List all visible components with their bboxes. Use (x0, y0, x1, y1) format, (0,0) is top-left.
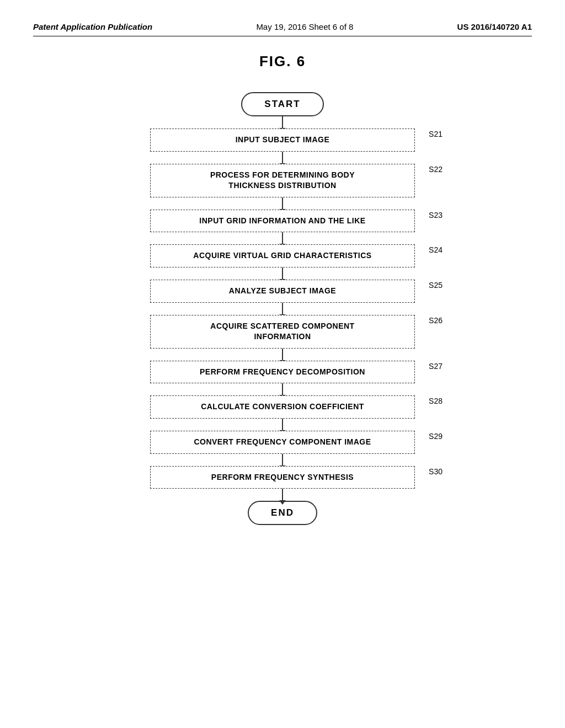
step-s29-text: CONVERT FREQUENCY COMPONENT IMAGE (194, 437, 371, 446)
step-s28-box: CALCULATE CONVERSION COEFFICIENT (150, 395, 415, 419)
start-terminal: START (241, 92, 323, 116)
step-s27-box: PERFORM FREQUENCY DECOMPOSITION (150, 361, 415, 384)
page-header: Patent Application Publication May 19, 2… (33, 22, 532, 36)
step-s21-box: INPUT SUBJECT IMAGE (150, 129, 415, 152)
header-publication-label: Patent Application Publication (33, 22, 152, 31)
arrow-icon (282, 419, 283, 431)
arrow-icon (282, 197, 283, 210)
arrow-connector (282, 152, 283, 164)
arrow-connector (282, 349, 283, 361)
step-s25-box: ANALYZE SUBJECT IMAGE (150, 280, 415, 303)
step-s23-box: INPUT GRID INFORMATION AND THE LIKE (150, 210, 415, 233)
step-s25-label: S25 (429, 281, 443, 290)
arrow-connector (282, 419, 283, 431)
arrow-connector (282, 267, 283, 280)
step-s23-label: S23 (429, 211, 443, 220)
arrow-connector (282, 489, 283, 501)
page: Patent Application Publication May 19, 2… (0, 0, 565, 728)
step-s24-box: ACQUIRE VIRTUAL GRID CHARACTERISTICS (150, 244, 415, 267)
step-s23-wrapper: INPUT GRID INFORMATION AND THE LIKE S23 (150, 210, 415, 233)
step-s26-text: ACQUIRE SCATTERED COMPONENTINFORMATION (210, 322, 354, 341)
step-s27-wrapper: PERFORM FREQUENCY DECOMPOSITION S27 (150, 361, 415, 384)
step-s30-wrapper: PERFORM FREQUENCY SYNTHESIS S30 (150, 466, 415, 489)
arrow-connector (282, 197, 283, 210)
step-s22-text: PROCESS FOR DETERMINING BODYTHICKNESS DI… (210, 170, 355, 190)
step-s24-label: S24 (429, 245, 443, 254)
step-s27-text: PERFORM FREQUENCY DECOMPOSITION (200, 367, 365, 376)
step-s22-label: S22 (429, 165, 443, 174)
step-s25-text: ANALYZE SUBJECT IMAGE (229, 286, 336, 295)
step-s21-label: S21 (429, 130, 443, 138)
arrow-connector (282, 232, 283, 244)
step-s30-label: S30 (429, 467, 443, 476)
flowchart: START INPUT SUBJECT IMAGE S21 PROCESS FO… (33, 92, 532, 525)
step-s21-text: INPUT SUBJECT IMAGE (236, 135, 330, 144)
arrow-icon (282, 116, 283, 129)
step-s28-text: CALCULATE CONVERSION COEFFICIENT (201, 402, 364, 411)
arrow-connector (282, 383, 283, 395)
arrow-icon (282, 152, 283, 164)
step-s28-wrapper: CALCULATE CONVERSION COEFFICIENT S28 (150, 395, 415, 419)
arrow-connector (282, 303, 283, 315)
step-s29-box: CONVERT FREQUENCY COMPONENT IMAGE (150, 431, 415, 454)
step-s27-label: S27 (429, 362, 443, 371)
arrow-icon (282, 232, 283, 244)
step-s22-wrapper: PROCESS FOR DETERMINING BODYTHICKNESS DI… (150, 164, 415, 197)
step-s29-label: S29 (429, 432, 443, 441)
step-s21-wrapper: INPUT SUBJECT IMAGE S21 (150, 129, 415, 152)
figure-title: FIG. 6 (33, 53, 532, 70)
arrow-icon (282, 454, 283, 466)
arrow-icon (282, 349, 283, 361)
step-s22-box: PROCESS FOR DETERMINING BODYTHICKNESS DI… (150, 164, 415, 197)
step-s26-box: ACQUIRE SCATTERED COMPONENTINFORMATION (150, 315, 415, 349)
step-s23-text: INPUT GRID INFORMATION AND THE LIKE (199, 216, 365, 225)
arrow-icon (282, 383, 283, 395)
step-s30-text: PERFORM FREQUENCY SYNTHESIS (211, 473, 354, 481)
step-s29-wrapper: CONVERT FREQUENCY COMPONENT IMAGE S29 (150, 431, 415, 454)
step-s28-label: S28 (429, 397, 443, 405)
step-s24-text: ACQUIRE VIRTUAL GRID CHARACTERISTICS (193, 251, 371, 260)
step-s25-wrapper: ANALYZE SUBJECT IMAGE S25 (150, 280, 415, 303)
arrow-connector (282, 454, 283, 466)
arrow-connector (282, 116, 283, 129)
header-patent-number: US 2016/140720 A1 (457, 22, 532, 31)
step-s24-wrapper: ACQUIRE VIRTUAL GRID CHARACTERISTICS S24 (150, 244, 415, 267)
arrow-icon (282, 267, 283, 280)
step-s26-label: S26 (429, 316, 443, 325)
arrow-icon (282, 303, 283, 315)
step-s30-box: PERFORM FREQUENCY SYNTHESIS (150, 466, 415, 489)
header-date-sheet: May 19, 2016 Sheet 6 of 8 (256, 22, 353, 31)
arrow-icon (282, 489, 283, 501)
step-s26-wrapper: ACQUIRE SCATTERED COMPONENTINFORMATION S… (150, 315, 415, 349)
